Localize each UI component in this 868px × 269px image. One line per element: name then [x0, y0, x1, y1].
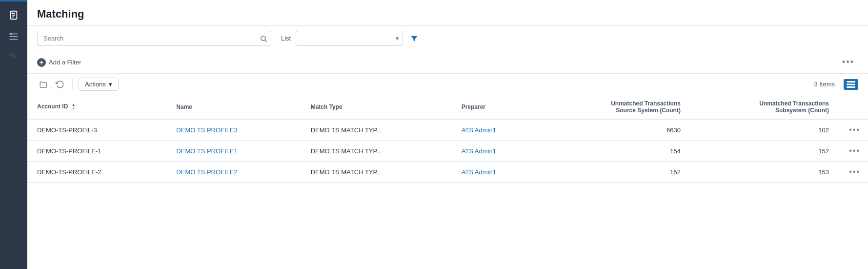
add-filter-button[interactable]: + Add a Filter	[37, 58, 81, 67]
toolbar-row: List Option 1 Option 2 ▾	[27, 26, 868, 51]
cell-name[interactable]: DEMO TS PROFILE1	[166, 141, 301, 162]
list-dropdown[interactable]: Option 1 Option 2	[296, 31, 403, 46]
list-dropdown-wrapper: Option 1 Option 2 ▾	[296, 31, 403, 46]
add-filter-icon: +	[37, 58, 46, 67]
sort-icons-account-id: ▲ ▼	[72, 103, 76, 111]
actions-row: Actions ▾ 3 Items	[27, 74, 868, 95]
actions-button[interactable]: Actions ▾	[79, 78, 119, 91]
table-row: DEMO-TS-PROFILE-2 DEMO TS PROFILE2 DEMO …	[27, 162, 868, 183]
row-more-button[interactable]: •••	[849, 146, 860, 155]
cell-preparer: ATS Admin1	[452, 119, 542, 141]
search-input[interactable]	[37, 31, 271, 46]
table-row: DEMO-TS-PROFILE-1 DEMO TS PROFILE1 DEMO …	[27, 141, 868, 162]
col-unmatched-source: Unmatched TransactionsSource System (Cou…	[542, 95, 690, 119]
col-match-type: Match Type	[301, 95, 452, 119]
cell-row-more: •••	[839, 141, 868, 162]
col-name: Name	[166, 95, 301, 119]
refresh-button[interactable]	[54, 78, 66, 91]
cell-account-id: DEMO-TS-PROFILE-1	[27, 141, 166, 162]
table-body: DEMO-TS-PROFIL-3 DEMO TS PROFILE3 DEMO T…	[27, 119, 868, 183]
row-more-button[interactable]: •••	[849, 167, 860, 176]
col-account-id[interactable]: Account ID ▲ ▼	[27, 95, 166, 119]
table-row: DEMO-TS-PROFIL-3 DEMO TS PROFILE3 DEMO T…	[27, 119, 868, 141]
page-title: Matching	[37, 8, 858, 21]
svg-rect-12	[847, 83, 855, 85]
svg-rect-13	[847, 86, 855, 88]
cell-name[interactable]: DEMO TS PROFILE3	[166, 119, 301, 141]
page-header: Matching	[27, 0, 868, 26]
items-count: 3 Items	[814, 81, 835, 88]
cell-match-type: DEMO TS MATCH TYP...	[301, 162, 452, 183]
col-row-actions	[839, 95, 868, 119]
add-filter-label: Add a Filter	[49, 59, 81, 66]
sidebar-item-list[interactable]	[4, 27, 23, 46]
col-unmatched-subsystem: Unmatched TransactionsSubsystem (Count)	[690, 95, 839, 119]
cell-unmatched-subsystem: 153	[690, 162, 839, 183]
svg-rect-8	[10, 33, 12, 35]
cell-preparer: ATS Admin1	[452, 141, 542, 162]
table-container: Account ID ▲ ▼ Name Match Type Preparer …	[27, 95, 868, 269]
cell-name[interactable]: DEMO TS PROFILE2	[166, 162, 301, 183]
sort-down-icon: ▼	[72, 107, 76, 111]
row-more-button[interactable]: •••	[849, 125, 860, 134]
cell-unmatched-source: 6630	[542, 119, 690, 141]
cell-unmatched-subsystem: 102	[690, 119, 839, 141]
grid-view-button[interactable]	[844, 79, 858, 90]
list-label: List	[281, 35, 291, 42]
search-button[interactable]	[260, 35, 267, 42]
toolbar-divider	[72, 79, 73, 90]
cursor-indicator: ☞	[10, 50, 18, 61]
filter-row: + Add a Filter •••	[27, 51, 868, 74]
svg-point-4	[12, 13, 13, 14]
cell-unmatched-source: 152	[542, 162, 690, 183]
actions-label: Actions	[85, 81, 106, 88]
cell-account-id: DEMO-TS-PROFILE-2	[27, 162, 166, 183]
folder-button[interactable]	[37, 78, 50, 91]
cell-row-more: •••	[839, 162, 868, 183]
main-content: Matching List Option 1 Option 2 ▾	[27, 0, 868, 269]
sidebar-item-tasks[interactable]	[4, 5, 23, 25]
svg-point-9	[261, 36, 265, 40]
cell-match-type: DEMO TS MATCH TYP...	[301, 141, 452, 162]
filter-button[interactable]	[408, 32, 421, 45]
cell-account-id: DEMO-TS-PROFIL-3	[27, 119, 166, 141]
cell-row-more: •••	[839, 119, 868, 141]
cell-preparer: ATS Admin1	[452, 162, 542, 183]
filter-more-button[interactable]: •••	[838, 55, 858, 69]
table-header-row: Account ID ▲ ▼ Name Match Type Preparer …	[27, 95, 868, 119]
svg-line-10	[265, 40, 267, 42]
col-preparer: Preparer	[452, 95, 542, 119]
actions-caret-icon: ▾	[109, 81, 112, 88]
cell-unmatched-subsystem: 152	[690, 141, 839, 162]
svg-rect-11	[847, 81, 855, 83]
sidebar: ☞	[0, 0, 27, 269]
data-table: Account ID ▲ ▼ Name Match Type Preparer …	[27, 95, 868, 183]
search-container	[37, 31, 271, 46]
cell-match-type: DEMO TS MATCH TYP...	[301, 119, 452, 141]
cell-unmatched-source: 154	[542, 141, 690, 162]
